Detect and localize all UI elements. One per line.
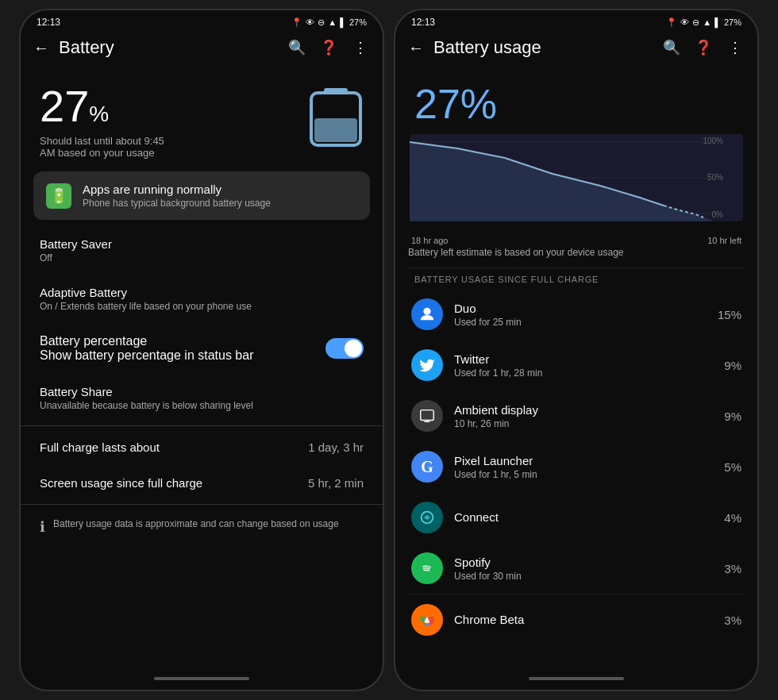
right-phone: 12:13 📍 👁 ⊖ ▲ ▌ 27% ← Battery usage 🔍 ❓ … <box>394 9 759 691</box>
chrome-name: Chrome Beta <box>454 613 713 626</box>
back-button-right[interactable]: ← <box>408 39 424 57</box>
status-bar-right: 12:13 📍 👁 ⊖ ▲ ▌ 27% <box>395 10 757 31</box>
spotify-name: Spotify <box>454 556 713 569</box>
more-button-right[interactable]: ⋮ <box>726 38 745 57</box>
left-phone: 12:13 📍 👁 ⊖ ▲ ▌ 27% ← Battery 🔍 ❓ ⋮ 27% … <box>19 9 384 691</box>
divider-1 <box>21 425 383 426</box>
spotify-icon <box>411 552 443 584</box>
section-header: BATTERY USAGE SINCE FULL CHARGE <box>395 268 757 289</box>
screen-usage-label: Screen usage since full charge <box>40 476 202 490</box>
ambient-sub: 10 hr, 26 min <box>454 418 713 429</box>
divider-2 <box>21 504 383 505</box>
back-button-left[interactable]: ← <box>33 39 49 57</box>
adaptive-battery-title: Adaptive Battery <box>40 286 364 299</box>
help-button-right[interactable]: ❓ <box>694 38 713 57</box>
duo-info: Duo Used for 25 min <box>454 302 707 328</box>
more-button-left[interactable]: ⋮ <box>351 38 370 57</box>
apps-running-title: Apps are running normally <box>83 183 271 196</box>
battery-pct-toggle[interactable] <box>325 338 364 359</box>
chart-labels: 18 hr ago 10 hr left <box>408 236 745 245</box>
page-title-right: Battery usage <box>433 37 653 58</box>
spotify-info: Spotify Used for 30 min <box>454 556 713 582</box>
svg-text:50%: 50% <box>707 173 723 182</box>
setting-battery-saver[interactable]: Battery Saver Off <box>21 226 383 275</box>
ambient-name: Ambient display <box>454 403 713 417</box>
dnd-icon-r: ⊖ <box>692 17 699 28</box>
app-item-spotify[interactable]: Spotify Used for 30 min 3% <box>395 543 757 594</box>
screen-usage-value: 5 hr, 2 min <box>308 476 364 490</box>
adaptive-battery-sub: On / Extends battery life based on your … <box>40 301 364 312</box>
top-bar-left: ← Battery 🔍 ❓ ⋮ <box>21 31 383 64</box>
battery-saver-sub: Off <box>40 252 364 263</box>
left-scroll: 27% Should last until about 9:45AM based… <box>21 64 383 671</box>
apps-running-card[interactable]: 🔋 Apps are running normally Phone has ty… <box>33 171 370 220</box>
ambient-icon <box>411 400 443 432</box>
battery-pct-sub: Show battery percentage in status bar <box>40 348 254 363</box>
app-item-duo[interactable]: Duo Used for 25 min 15% <box>395 289 757 340</box>
ambient-pct: 9% <box>724 410 741 423</box>
chrome-info: Chrome Beta <box>454 613 713 628</box>
battery-chart: 100% 50% 0% 18 hr ago 10 hr left <box>408 134 745 237</box>
info-text: Battery usage data is approximate and ca… <box>53 517 339 531</box>
top-bar-icons-left: 🔍 ❓ ⋮ <box>287 38 370 57</box>
battery-pct-text: Battery percentage Show battery percenta… <box>40 334 254 363</box>
duo-sub: Used for 25 min <box>454 317 707 328</box>
status-bar-left: 12:13 📍 👁 ⊖ ▲ ▌ 27% <box>21 10 383 31</box>
battery-usage-percent: 27% <box>395 64 757 134</box>
time-left: 12:13 <box>37 17 60 28</box>
battery-icon-svg <box>308 87 364 150</box>
app-item-ambient[interactable]: Ambient display 10 hr, 26 min 9% <box>395 390 757 441</box>
battery-number: 27 <box>40 81 89 131</box>
svg-text:100%: 100% <box>703 137 723 145</box>
apps-running-text: Apps are running normally Phone has typi… <box>83 183 271 209</box>
search-button-left[interactable]: 🔍 <box>287 38 306 57</box>
battery-status-right: 27% <box>724 17 741 27</box>
app-item-pixel[interactable]: G Pixel Launcher Used for 1 hr, 5 min 5% <box>395 441 757 492</box>
battery-hero: 27% Should last until about 9:45AM based… <box>21 64 383 171</box>
stat-screen-usage: Screen usage since full charge 5 hr, 2 m… <box>21 465 383 501</box>
battery-share-title: Battery Share <box>40 385 364 398</box>
connect-pct: 4% <box>724 511 741 525</box>
full-charge-label: Full charge lasts about <box>40 440 160 454</box>
setting-battery-percentage[interactable]: Battery percentage Show battery percenta… <box>21 323 383 374</box>
stat-full-charge: Full charge lasts about 1 day, 3 hr <box>21 429 383 465</box>
apps-running-icon: 🔋 <box>46 183 71 209</box>
connect-info: Connect <box>454 510 713 525</box>
chart-estimate: Battery left estimate is based on your d… <box>395 244 757 267</box>
svg-text:0%: 0% <box>712 210 724 219</box>
svg-rect-2 <box>314 118 357 142</box>
pixel-info: Pixel Launcher Used for 1 hr, 5 min <box>454 454 713 480</box>
eye-icon: 👁 <box>306 17 314 27</box>
svg-rect-12 <box>421 410 434 421</box>
app-list: Duo Used for 25 min 15% Twitter Used for… <box>395 289 757 645</box>
top-bar-right: ← Battery usage 🔍 ❓ ⋮ <box>395 31 757 64</box>
info-footer: ℹ Battery usage data is approximate and … <box>21 508 383 545</box>
app-item-connect[interactable]: Connect 4% <box>395 492 757 543</box>
twitter-pct: 9% <box>724 359 741 372</box>
battery-percent-container: 27% Should last until about 9:45AM based… <box>40 80 164 159</box>
apps-running-subtitle: Phone has typical background battery usa… <box>83 198 271 209</box>
wifi-icon-r: ▲ <box>703 17 711 27</box>
battery-saver-title: Battery Saver <box>40 237 364 251</box>
battery-status-left: 27% <box>349 17 367 27</box>
battery-pct-title: Battery percentage <box>40 334 254 348</box>
app-item-twitter[interactable]: Twitter Used for 1 hr, 28 min 9% <box>395 340 757 390</box>
home-bar-right <box>529 677 624 680</box>
twitter-info: Twitter Used for 1 hr, 28 min <box>454 352 713 379</box>
search-button-right[interactable]: 🔍 <box>662 38 681 57</box>
setting-adaptive-battery[interactable]: Adaptive Battery On / Extends battery li… <box>21 275 383 323</box>
help-button-left[interactable]: ❓ <box>319 38 338 57</box>
chart-label-right: 10 hr left <box>707 236 741 245</box>
app-item-chrome[interactable]: Chrome Beta 3% <box>395 594 757 645</box>
setting-battery-share[interactable]: Battery Share Unavailable because batter… <box>21 374 383 422</box>
percent-sign: % <box>89 102 109 126</box>
toggle-knob <box>345 340 362 357</box>
pixel-icon: G <box>411 451 443 483</box>
signal-icon-r: ▌ <box>714 17 721 27</box>
duo-icon <box>411 298 443 330</box>
twitter-icon <box>411 349 443 381</box>
connect-icon <box>411 502 443 533</box>
signal-icon: ▌ <box>340 17 346 27</box>
status-icons-left: 📍 👁 ⊖ ▲ ▌ 27% <box>291 17 367 28</box>
right-scroll: 27% 100% 50% 0% 18 <box>395 64 757 671</box>
